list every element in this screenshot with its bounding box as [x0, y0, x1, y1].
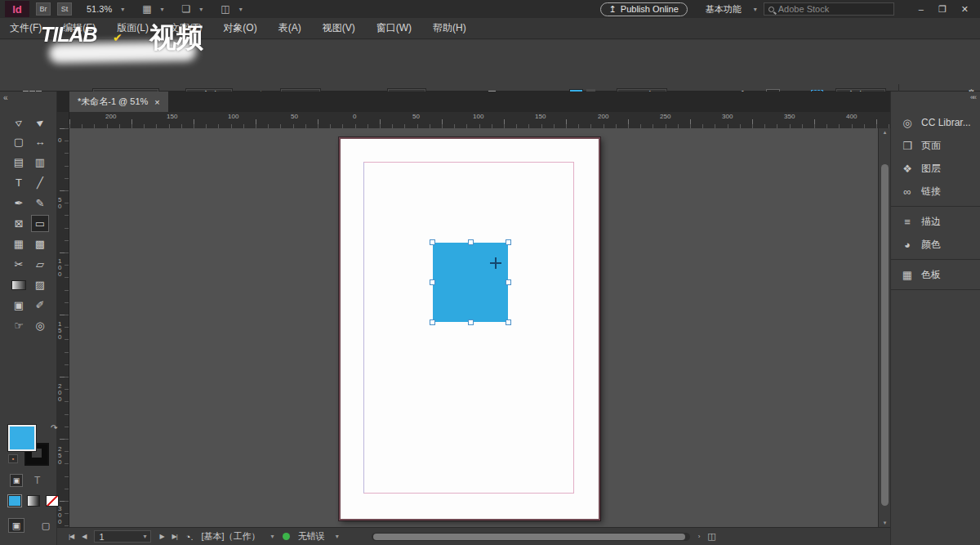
panel-pages[interactable]: ❒页面	[891, 134, 980, 157]
screen-mode-icon[interactable]: ❏	[182, 3, 191, 15]
ruler-origin-corner[interactable]	[57, 112, 69, 128]
selection-handle[interactable]	[430, 239, 435, 245]
horizontal-scrollbar[interactable]	[372, 533, 690, 541]
menu-type[interactable]: 文字(T)	[170, 21, 202, 35]
gap-tool[interactable]: ↔	[31, 133, 49, 150]
zoom-level-control[interactable]: 51.3%	[87, 4, 112, 14]
scroll-right-icon[interactable]: ›	[698, 533, 700, 540]
formatting-affects-text-button[interactable]: T	[34, 475, 40, 486]
selection-handle[interactable]	[468, 239, 474, 245]
horizontal-grid-tool[interactable]: ▦	[10, 235, 28, 252]
selection-handle[interactable]	[430, 279, 435, 285]
zoom-tool[interactable]: ◎	[31, 317, 49, 334]
normal-view-mode-button[interactable]: ▣	[8, 518, 24, 533]
menu-file[interactable]: 文件(F)	[10, 21, 42, 35]
vertical-scrollbar[interactable]: ▴ ▾	[878, 128, 890, 527]
arrange-documents-icon[interactable]: ◫	[220, 3, 229, 15]
vertical-grid-tool[interactable]: ▩	[31, 235, 49, 252]
restore-button[interactable]: ❐	[938, 4, 947, 15]
status-bar: |◀ ◀ 1▾ ▶ ▶| ◔. [基本]（工作） ▾ 无错误 ▾ › ◫	[57, 527, 890, 545]
chevron-down-icon: ▾	[161, 6, 164, 13]
pen-tool[interactable]: ✒	[10, 194, 28, 212]
fill-stroke-control: ↷ ▪	[8, 425, 51, 467]
menu-view[interactable]: 视图(V)	[323, 21, 355, 35]
preflight-menu-icon[interactable]: ◔.	[185, 532, 194, 542]
panel-swatches[interactable]: ▦色板	[891, 263, 980, 286]
panel-links[interactable]: ∞链接	[891, 180, 980, 203]
selection-handle[interactable]	[430, 319, 435, 325]
direct-selection-tool[interactable]: ▸	[28, 109, 52, 134]
adobe-stock-search-input[interactable]: Adobe Stock	[764, 2, 894, 16]
panel-stroke[interactable]: ≡描边	[891, 210, 980, 233]
content-collector-tool[interactable]: ▤	[10, 154, 28, 171]
workspace-switcher[interactable]: 基本功能	[706, 3, 742, 16]
menu-layout[interactable]: 版面(L)	[117, 21, 149, 35]
type-tool[interactable]: T	[10, 174, 28, 191]
selection-handle[interactable]	[506, 239, 511, 245]
tab-close-icon[interactable]: ×	[154, 97, 159, 107]
selection-handle[interactable]	[468, 319, 474, 325]
vertical-ruler[interactable]: 050 100150 200250 300	[57, 128, 69, 527]
preview-mode-button[interactable]: ▢	[38, 518, 54, 533]
gradient-feather-tool[interactable]: ▨	[31, 276, 49, 293]
first-page-button[interactable]: |◀	[69, 533, 74, 540]
swap-fill-stroke-icon[interactable]: ↷	[51, 423, 57, 432]
vertical-scroll-thumb[interactable]	[881, 164, 889, 506]
note-tool[interactable]: ▣	[10, 297, 28, 314]
pencil-tool[interactable]: ✎	[31, 194, 49, 212]
last-page-button[interactable]: ▶|	[172, 533, 177, 540]
preflight-status-text[interactable]: 无错误	[298, 530, 325, 543]
horizontal-ruler[interactable]: 200150 10050 050 100150 200250 300350 40…	[69, 112, 890, 128]
preflight-profile[interactable]: [基本]（工作）	[201, 530, 260, 543]
pasteboard[interactable]	[69, 128, 878, 527]
default-fill-stroke-icon[interactable]: ▪	[8, 454, 18, 463]
scroll-up-icon[interactable]: ▴	[879, 129, 891, 136]
stock-button[interactable]: St	[57, 2, 72, 16]
hand-tool[interactable]: ☞	[10, 317, 28, 334]
menu-table[interactable]: 表(A)	[278, 21, 301, 35]
selection-tool[interactable]: ▹	[7, 109, 31, 134]
panel-color[interactable]: ◕颜色	[891, 233, 980, 256]
apply-color-button[interactable]	[8, 495, 21, 507]
chevron-down-icon: ▾	[121, 6, 124, 13]
formatting-affects-container-button[interactable]: ▣	[10, 474, 23, 487]
page-tool[interactable]: ▢	[10, 133, 28, 150]
collapse-panel-icon[interactable]: «	[3, 93, 8, 102]
selection-handle[interactable]	[506, 279, 511, 285]
menu-help[interactable]: 帮助(H)	[433, 21, 466, 35]
next-page-button[interactable]: ▶	[159, 533, 163, 540]
collapse-dock-icon[interactable]: ««	[970, 93, 975, 101]
menu-edit[interactable]: 编辑(E)	[63, 21, 96, 35]
frame-tool[interactable]: ⊠	[10, 215, 28, 232]
horizontal-scroll-thumb[interactable]	[373, 534, 685, 540]
panel-layers[interactable]: ❖图层	[891, 157, 980, 180]
publish-online-button[interactable]: ↥Publish Online	[600, 2, 688, 16]
scroll-down-icon[interactable]: ▾	[879, 520, 891, 526]
split-view-icon[interactable]: ◫	[707, 531, 715, 542]
apply-none-button[interactable]	[46, 495, 59, 507]
rectangle-tool[interactable]: ▭	[31, 215, 49, 232]
menu-window[interactable]: 窗口(W)	[376, 21, 412, 35]
view-options-icon[interactable]: ▦	[142, 3, 151, 15]
line-tool[interactable]: ╱	[31, 174, 49, 191]
apply-gradient-button[interactable]	[27, 495, 40, 507]
document-tab-title: *未命名-1 @ 51%	[78, 96, 148, 108]
document-page[interactable]	[339, 137, 600, 520]
minimize-button[interactable]: –	[919, 4, 924, 15]
page-number-field[interactable]: 1▾	[94, 530, 151, 543]
selected-rectangle[interactable]	[433, 243, 508, 322]
selection-handle[interactable]	[506, 319, 511, 325]
close-button[interactable]: ✕	[961, 4, 969, 15]
panel-cc-libraries[interactable]: ◎CC Librar...	[891, 111, 980, 134]
bridge-button[interactable]: Br	[36, 2, 51, 16]
eyedropper-tool[interactable]: ✐	[31, 297, 49, 314]
gradient-tool[interactable]	[11, 280, 26, 290]
menu-object[interactable]: 对象(O)	[223, 21, 256, 35]
scissors-tool[interactable]: ✂	[10, 256, 28, 273]
fill-color-chip[interactable]	[8, 425, 36, 451]
document-tab[interactable]: *未命名-1 @ 51% ×	[69, 92, 168, 112]
chevron-down-icon: ▾	[239, 6, 243, 13]
free-transform-tool[interactable]: ▱	[31, 256, 49, 273]
previous-page-button[interactable]: ◀	[82, 533, 86, 540]
content-placer-tool[interactable]: ▥	[31, 154, 49, 171]
